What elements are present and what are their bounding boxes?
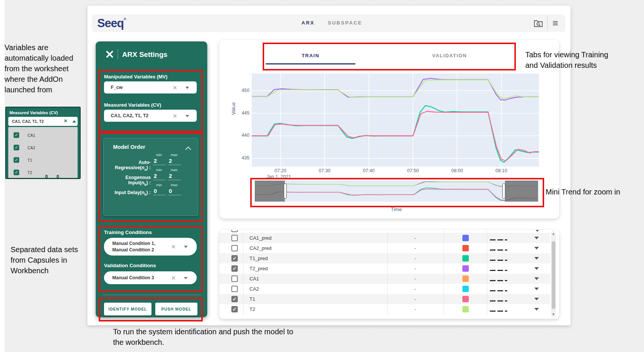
line-style-caret-icon[interactable] — [534, 298, 539, 300]
min-input[interactable]: 2 — [153, 173, 166, 180]
push-model-button[interactable]: PUSH MODEL — [155, 303, 197, 315]
y-tick-label: 435 — [238, 155, 249, 161]
x-tick-label: 07:20 — [273, 168, 288, 173]
snippet-cv-select[interactable]: CA1, CA2, T1, T2 ✕ — [8, 117, 78, 126]
checkbox-checked[interactable]: ✓ — [231, 306, 238, 312]
max-input[interactable]: 2 — [168, 173, 181, 180]
trend-plot[interactable] — [252, 73, 539, 167]
color-swatch[interactable] — [462, 255, 469, 262]
cv-clear-icon[interactable]: ✕ — [173, 113, 177, 119]
table-row[interactable]: ✓T2- — [219, 304, 550, 314]
validation-conditions-select[interactable]: Manual Condition 3 ✕ — [104, 271, 197, 284]
scroll-up-icon[interactable]: ▲ — [551, 232, 556, 236]
line-style-caret-icon[interactable] — [534, 237, 539, 239]
min-input[interactable]: 2 — [153, 158, 166, 165]
model-order-collapse-icon[interactable] — [186, 146, 190, 153]
color-swatch[interactable] — [462, 296, 469, 302]
line-style-caret-icon[interactable] — [534, 267, 539, 270]
checkbox-unchecked[interactable] — [231, 275, 238, 282]
y-tick-label: 450 — [238, 88, 249, 93]
snippet-checkbox-checked[interactable]: ✓ — [14, 132, 19, 138]
table-row[interactable]: ✓T2_pred- — [219, 263, 550, 274]
y-axis-label: Value — [231, 102, 236, 115]
line-style-sample — [490, 280, 507, 281]
line-style-caret-icon[interactable] — [534, 288, 539, 290]
line-style-sample — [490, 270, 507, 271]
tab-train[interactable]: TRAIN — [266, 53, 355, 58]
annotation-variables: Variables are automatically loaded from … — [5, 42, 90, 95]
col-divider — [487, 231, 487, 316]
line-style-caret-icon[interactable] — [534, 308, 539, 311]
training-conditions-select[interactable]: Manual Condition 1, Manual Condition 2 ✕ — [104, 238, 197, 256]
training-clear-icon[interactable]: ✕ — [171, 243, 176, 250]
tab-validation[interactable]: VALIDATION — [405, 53, 494, 58]
cv-label: Measured Variables (CV) — [104, 102, 161, 108]
checkbox-checked[interactable]: ✓ — [231, 255, 238, 262]
color-swatch[interactable] — [462, 265, 469, 272]
snippet-item-label: T1 — [28, 158, 32, 162]
table-row[interactable]: ✓T1_pred- — [219, 253, 550, 263]
color-swatch[interactable] — [462, 275, 469, 282]
mv-select[interactable]: F_cw ✕ — [104, 81, 197, 93]
line-style-caret-icon[interactable] — [534, 257, 539, 260]
snippet-checkbox-checked[interactable]: ✓ — [14, 145, 19, 150]
training-caret-icon[interactable] — [184, 246, 188, 248]
snippet-item[interactable]: ✓CA2 — [8, 141, 78, 154]
mini-trend-overlay-right[interactable] — [505, 181, 538, 202]
model-order-row-label: Exogenous Input(nb) : — [109, 175, 151, 187]
scrollbar-thumb[interactable] — [552, 241, 555, 309]
snippet-checkbox-checked[interactable]: ✓ — [14, 157, 19, 163]
color-swatch[interactable] — [462, 245, 469, 251]
max-input[interactable]: 2 — [168, 158, 181, 165]
scroll-down-icon[interactable]: ▼ — [551, 312, 556, 316]
nav-tab-arx[interactable]: ARX — [301, 20, 315, 26]
validation-caret-icon[interactable] — [184, 277, 188, 279]
checkbox-checked[interactable]: ✓ — [231, 296, 238, 302]
min-input[interactable]: 0 — [153, 188, 166, 195]
nav-tab-subspace[interactable]: SUBSPACE — [328, 20, 362, 26]
color-swatch[interactable] — [462, 286, 469, 292]
mini-trend-handle-right[interactable] — [502, 184, 505, 199]
mv-clear-icon[interactable]: ✕ — [173, 84, 177, 91]
table-row[interactable]: CA2- — [219, 284, 550, 294]
snippet-item[interactable]: ✓CA1 — [8, 129, 78, 141]
model-order-row-label: Input Delay(nk) : — [109, 190, 151, 197]
snippet-caret-up-icon[interactable] — [72, 120, 76, 122]
snippet-item[interactable]: ✓T2 — [8, 166, 78, 179]
line-style-caret-icon[interactable] — [534, 277, 539, 280]
panel-divider — [102, 295, 201, 295]
mini-trend-handle-left[interactable] — [284, 184, 287, 199]
checkbox-checked[interactable]: ✓ — [231, 265, 238, 272]
left-margin — [0, 0, 5, 352]
mv-caret-icon[interactable] — [185, 87, 189, 89]
table-row[interactable]: CA2_pred- — [219, 243, 550, 253]
mini-trend[interactable] — [255, 181, 538, 202]
model-order-row-label: Auto-Regressive(na) : — [109, 160, 151, 172]
mini-trend-overlay-left[interactable] — [255, 181, 285, 202]
snippet-item[interactable]: ✓T1 — [8, 154, 78, 166]
table-row[interactable]: CA1- — [219, 274, 550, 284]
folder-search-icon[interactable] — [534, 19, 543, 29]
signal-table-card: CA1_pred-CA2_pred-✓T1_pred-✓T2_pred-CA1-… — [219, 230, 559, 319]
checkbox-unchecked[interactable] — [231, 286, 238, 292]
max-input[interactable]: 0 — [168, 188, 181, 195]
table-scrollbar[interactable]: ▲ ▼ — [551, 231, 556, 317]
table-row[interactable]: ✓T1- — [219, 294, 550, 304]
cv-caret-icon[interactable] — [185, 115, 189, 117]
cv-value: CA1, CA2, T1, T2 — [111, 113, 148, 118]
checkbox-unchecked[interactable] — [231, 235, 238, 241]
color-swatch[interactable] — [462, 306, 469, 312]
cv-select[interactable]: CA1, CA2, T1, T2 ✕ — [104, 110, 197, 122]
signal-name: CA2 — [249, 286, 259, 292]
checkbox-unchecked[interactable] — [231, 245, 238, 251]
menu-icon[interactable]: ≡ — [552, 18, 558, 28]
snippet-checkbox-checked[interactable]: ✓ — [14, 170, 19, 175]
validation-value: Manual Condition 3 — [112, 275, 154, 280]
identify-model-button[interactable]: IDENTIFY MODEL — [104, 303, 151, 315]
color-swatch[interactable] — [462, 235, 469, 241]
table-row[interactable]: CA1_pred- — [219, 233, 550, 243]
snippet-item-label: CA2 — [28, 145, 35, 150]
snippet-clear-icon[interactable]: ✕ — [64, 118, 67, 124]
line-style-caret-icon[interactable] — [534, 247, 539, 249]
validation-clear-icon[interactable]: ✕ — [171, 275, 176, 282]
